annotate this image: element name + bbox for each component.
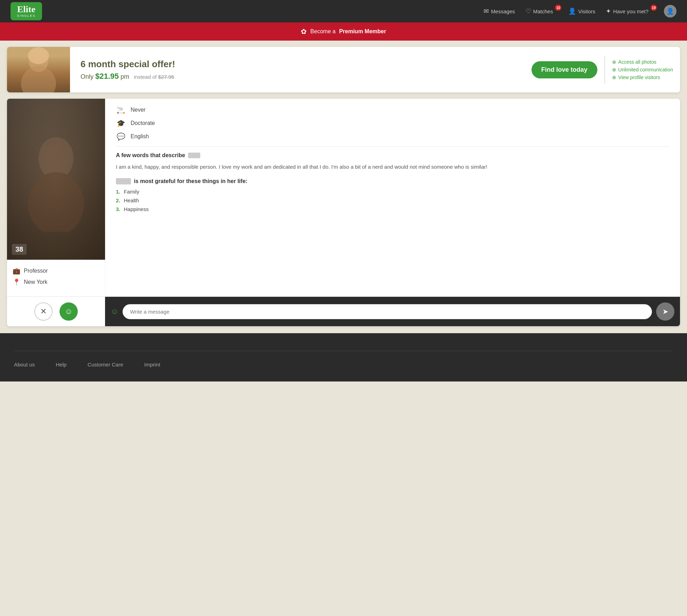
profile-info: 💼 Professor 📍 New York	[7, 260, 105, 296]
message-smile-icon: ☺	[111, 307, 118, 316]
profile-age: 38	[12, 244, 27, 255]
education-value: Doctorate	[131, 120, 155, 126]
send-icon: ➤	[662, 307, 668, 316]
offer-title: 6 month special offer!	[81, 59, 514, 70]
list-item: 1. Family	[116, 189, 669, 195]
profile-detail-language: 💬 English	[116, 132, 669, 141]
premium-bar[interactable]: ✿ Become a Premium Member	[0, 22, 687, 41]
offer-feature-label-2: Unlimited communication	[618, 67, 673, 72]
matches-label: Matches	[533, 8, 553, 14]
profile-detail-education: 🎓 Doctorate	[116, 119, 669, 127]
language-value: English	[131, 133, 149, 140]
name-blur-1	[188, 153, 200, 158]
grateful-item-1: Family	[124, 189, 139, 195]
send-button[interactable]: ➤	[656, 302, 674, 321]
avatar[interactable]: 👤	[664, 5, 676, 18]
x-icon: ✕	[40, 307, 47, 316]
nav-visitors[interactable]: 👤 Visitors	[568, 7, 595, 15]
nav-have-you-met[interactable]: ✦ 19 Have you met?	[606, 7, 653, 15]
list-item: 2. Health	[116, 197, 669, 203]
action-bar: ✕ ☺ ☺ ➤	[7, 296, 680, 326]
grateful-num-2: 2.	[116, 197, 120, 203]
offer-price-old: $27.95	[158, 74, 174, 80]
messages-icon: ✉	[484, 7, 489, 15]
offer-model-photo	[7, 47, 70, 92]
profile-bio: I am a kind, happy, and responsible pers…	[116, 163, 669, 171]
svg-point-2	[28, 47, 49, 64]
nav-matches[interactable]: ♡ 10 Matches	[526, 7, 558, 15]
profile-photo: 38	[7, 99, 105, 260]
footer: About us Help Customer Care Imprint	[0, 333, 687, 382]
smoking-icon: 🚬	[116, 106, 126, 114]
profile-detail-smoking: 🚬 Never	[116, 106, 669, 114]
profile-location: 📍 New York	[13, 278, 99, 286]
action-left: ✕ ☺	[7, 297, 105, 326]
grateful-num-3: 3.	[116, 206, 120, 212]
offer-price-unit: pm	[120, 73, 129, 80]
heart-icon: ♡	[526, 7, 531, 15]
footer-about-us[interactable]: About us	[14, 362, 35, 368]
flower-icon: ✿	[301, 27, 307, 36]
logo-sub: SINGLES	[17, 14, 35, 18]
header-nav: ✉ Messages ♡ 10 Matches 👤 Visitors ✦ 19 …	[484, 5, 676, 18]
like-button[interactable]: ☺	[60, 302, 78, 321]
smoking-value: Never	[131, 107, 146, 113]
visitors-label: Visitors	[578, 8, 595, 14]
footer-divider	[14, 351, 673, 351]
header: Elite SINGLES ✉ Messages ♡ 10 Matches 👤 …	[0, 0, 687, 22]
grateful-title-text: is most grateful for these things in her…	[134, 178, 247, 184]
profile-right: 🚬 Never 🎓 Doctorate 💬 English A few word…	[105, 99, 680, 296]
find-love-button[interactable]: Find love today	[532, 61, 597, 78]
action-right: ☺ ➤	[105, 297, 680, 326]
briefcase-icon: 💼	[13, 267, 20, 275]
footer-customer-care[interactable]: Customer Care	[88, 362, 123, 368]
offer-feature-communication: ⊕ Unlimited communication	[612, 67, 673, 72]
profile-body: 38 💼 Professor 📍 New York 🚬 Never 🎓	[7, 99, 680, 296]
location-icon: 📍	[13, 278, 20, 286]
profile-job: 💼 Professor	[13, 267, 99, 275]
footer-imprint[interactable]: Imprint	[144, 362, 160, 368]
offer-feature-visitors: ⊕ View profile visitors	[612, 75, 673, 80]
offer-feature-photos: ⊕ Access all photos	[612, 59, 673, 65]
offer-feature-label-1: Access all photos	[618, 59, 657, 65]
profile-divider-1	[116, 146, 669, 147]
nav-messages[interactable]: ✉ Messages	[484, 7, 515, 15]
offer-content: 6 month special offer! Only $21.95 pm in…	[70, 52, 525, 88]
profile-left: 38 💼 Professor 📍 New York	[7, 99, 105, 296]
plus-icon-1: ⊕	[612, 59, 616, 65]
profile-job-label: Professor	[24, 268, 48, 274]
footer-help[interactable]: Help	[56, 362, 67, 368]
dislike-button[interactable]: ✕	[34, 302, 53, 321]
describe-section-title: A few words that describe	[116, 152, 669, 159]
plus-icon-2: ⊕	[612, 67, 616, 72]
person-icon: 👤	[568, 7, 576, 15]
svg-point-1	[21, 66, 56, 92]
logo[interactable]: Elite SINGLES	[11, 2, 42, 20]
language-icon: 💬	[116, 132, 126, 141]
offer-price-old-label: instead of	[134, 74, 158, 80]
education-icon: 🎓	[116, 119, 126, 127]
premium-text-bold: Premium Member	[339, 28, 386, 35]
plus-icon-3: ⊕	[612, 75, 616, 80]
matches-badge: 10	[555, 5, 561, 11]
grateful-num-1: 1.	[116, 189, 120, 195]
have-you-met-badge: 19	[651, 5, 657, 11]
grateful-item-3: Happiness	[124, 206, 149, 212]
smile-icon: ☺	[65, 307, 72, 316]
name-blur-2	[116, 178, 131, 184]
profile-card: 38 💼 Professor 📍 New York 🚬 Never 🎓	[7, 99, 680, 326]
offer-image	[7, 47, 70, 92]
offer-price-value: $21.95	[95, 72, 119, 80]
grateful-title: is most grateful for these things in her…	[116, 178, 669, 184]
footer-links: About us Help Customer Care Imprint	[14, 362, 673, 368]
offer-features: ⊕ Access all photos ⊕ Unlimited communic…	[604, 56, 680, 84]
have-you-met-label: Have you met?	[613, 8, 648, 14]
offer-price-label: Only	[81, 73, 95, 80]
offer-feature-label-3: View profile visitors	[618, 75, 660, 80]
offer-price: Only $21.95 pm instead of $27.95	[81, 72, 514, 81]
premium-text-before: Become a	[310, 28, 335, 35]
messages-label: Messages	[491, 8, 515, 14]
offer-banner: 6 month special offer! Only $21.95 pm in…	[7, 47, 680, 92]
star-icon: ✦	[606, 7, 611, 15]
message-input[interactable]	[123, 304, 652, 319]
